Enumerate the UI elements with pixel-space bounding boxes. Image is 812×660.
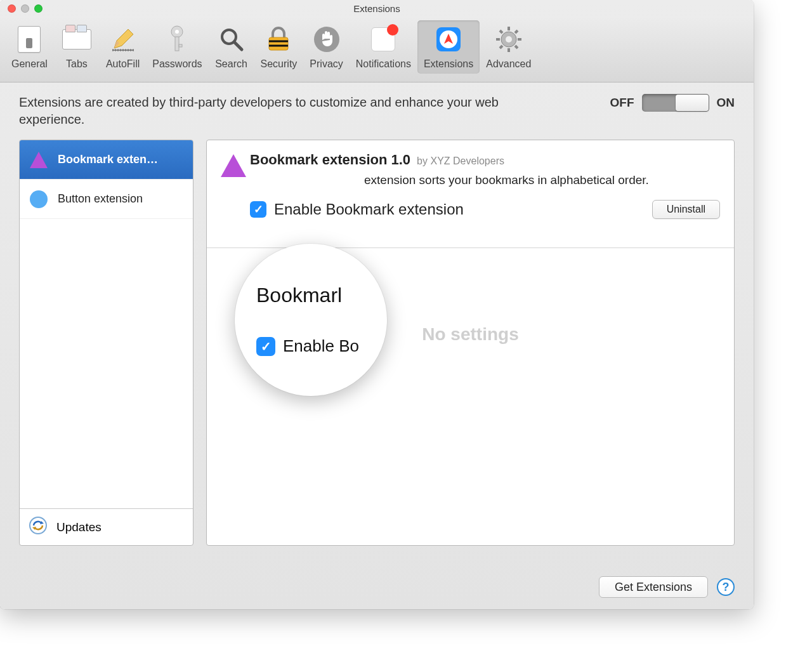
badge-dot-icon	[387, 24, 398, 36]
svg-rect-5	[175, 37, 179, 51]
tab-label: Privacy	[310, 58, 343, 70]
toggle-switch[interactable]	[642, 94, 709, 112]
svg-line-8	[234, 42, 242, 50]
gear-icon	[492, 23, 525, 56]
pencil-icon	[107, 23, 140, 56]
no-settings-label: No settings	[422, 324, 518, 345]
sidebar-item-label: Button extension	[58, 192, 143, 206]
tab-label: AutoFill	[106, 58, 140, 70]
sidebar-item-bookmark-extension[interactable]: Bookmark exten…	[20, 140, 193, 180]
uninstall-button[interactable]: Uninstall	[652, 200, 720, 219]
tab-notifications[interactable]: Notifications	[350, 20, 417, 74]
svg-point-13	[314, 27, 339, 52]
notifications-icon	[367, 23, 400, 56]
svg-line-23	[515, 46, 518, 48]
tabs-icon	[60, 23, 93, 56]
extensions-master-toggle: OFF ON	[610, 94, 735, 112]
content-area: Extensions are created by third-party de…	[0, 82, 754, 609]
extension-icon	[221, 154, 246, 180]
sidebar-item-button-extension[interactable]: Button extension	[20, 180, 193, 219]
svg-rect-6	[179, 44, 182, 47]
sidebar-updates-label: Updates	[56, 520, 102, 534]
svg-line-25	[500, 46, 502, 48]
tab-search[interactable]: Search	[209, 20, 254, 74]
sidebar-item-label: Bookmark exten…	[58, 153, 158, 166]
key-icon	[160, 23, 193, 56]
extensions-sidebar: Bookmark exten… Button extension Updates	[19, 140, 193, 546]
circle-icon	[29, 189, 49, 209]
magnifier-enable-fragment: Enable Bo	[283, 336, 359, 356]
compass-icon	[432, 23, 465, 56]
tab-tabs[interactable]: Tabs	[54, 20, 100, 74]
enable-label: Enable Bookmark extension	[274, 201, 464, 218]
toggle-on-label: ON	[717, 96, 735, 110]
titlebar: Extensions	[0, 0, 754, 16]
enable-checkbox[interactable]: ✓	[250, 201, 266, 218]
magnifier-icon	[215, 23, 248, 56]
tab-general[interactable]: General	[5, 20, 54, 74]
preferences-window: Extensions General Tabs AutoFill Passwor…	[0, 0, 754, 609]
svg-point-26	[506, 36, 512, 43]
svg-point-4	[175, 30, 179, 34]
get-extensions-button[interactable]: Get Extensions	[599, 576, 708, 598]
tab-advanced[interactable]: Advanced	[480, 20, 537, 74]
tab-extensions[interactable]: Extensions	[417, 20, 480, 74]
tab-label: Advanced	[486, 58, 531, 70]
triangle-icon	[29, 150, 49, 170]
tab-label: Tabs	[66, 58, 88, 70]
tab-label: Search	[215, 58, 247, 70]
extension-author: by XYZ Developers	[417, 155, 504, 167]
updates-icon	[29, 516, 48, 538]
lock-icon	[262, 23, 295, 56]
tab-autofill[interactable]: AutoFill	[100, 20, 146, 74]
help-button[interactable]: ?	[717, 578, 735, 596]
svg-rect-9	[269, 37, 288, 50]
tab-label: Security	[261, 58, 298, 70]
svg-point-27	[30, 517, 46, 534]
window-title: Extensions	[0, 3, 754, 14]
svg-line-24	[515, 30, 518, 33]
tab-passwords[interactable]: Passwords	[146, 20, 208, 74]
intro-text: Extensions are created by third-party de…	[19, 94, 514, 128]
tab-security[interactable]: Security	[254, 20, 304, 74]
general-icon	[13, 23, 46, 56]
enable-checkbox-zoomed: ✓	[256, 337, 275, 356]
extension-title: Bookmark extension 1.0	[250, 152, 410, 168]
magnifier-callout: Bookmarl ✓ Enable Bo	[235, 244, 387, 396]
svg-line-22	[500, 30, 502, 33]
magnifier-title-fragment: Bookmarl	[256, 284, 387, 307]
tab-label: Notifications	[356, 58, 411, 70]
svg-rect-2	[112, 50, 134, 51]
tab-privacy[interactable]: Privacy	[303, 20, 349, 74]
toggle-off-label: OFF	[610, 96, 634, 110]
tab-label: Passwords	[152, 58, 202, 70]
tab-label: General	[11, 58, 48, 70]
sidebar-updates[interactable]: Updates	[20, 508, 193, 545]
preferences-toolbar: General Tabs AutoFill Passwords Search	[0, 16, 754, 82]
extension-description: extension sorts your bookmarks in alphab…	[364, 173, 720, 187]
tab-label: Extensions	[424, 58, 473, 70]
hand-icon	[310, 23, 343, 56]
